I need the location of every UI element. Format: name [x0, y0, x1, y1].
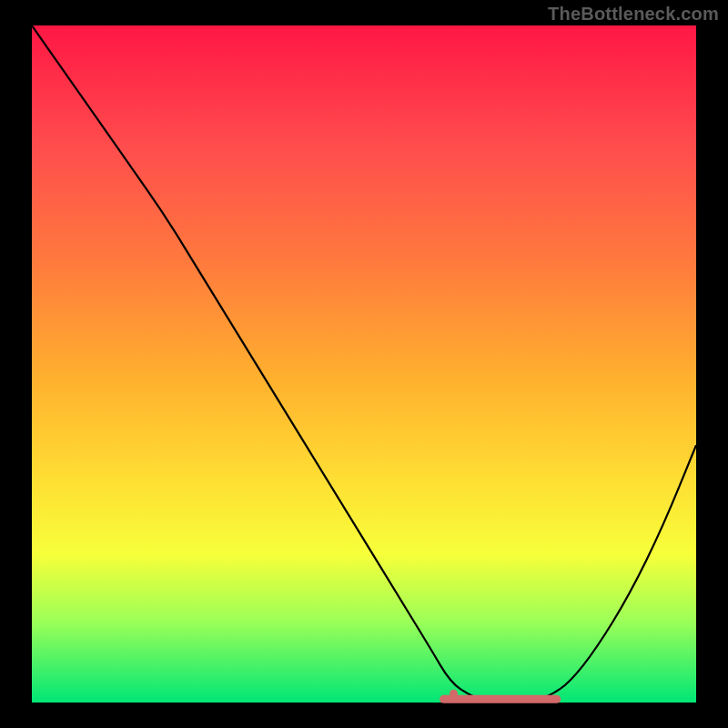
watermark-text: TheBottleneck.com	[548, 4, 719, 25]
plot-background	[32, 25, 696, 703]
bottleneck-chart	[0, 0, 728, 728]
optimal-range-dot	[450, 690, 458, 698]
chart-frame: TheBottleneck.com	[0, 0, 728, 728]
